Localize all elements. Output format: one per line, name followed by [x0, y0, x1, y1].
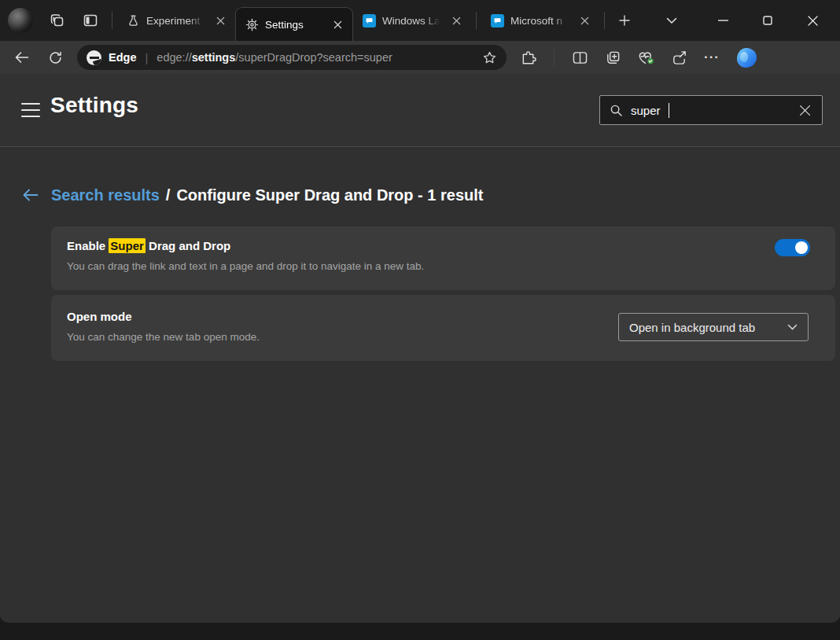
close-icon[interactable]: [329, 16, 346, 33]
address-separator: |: [143, 51, 149, 64]
settings-content: Search results / Configure Super Drag an…: [0, 147, 840, 361]
tab-label: Settings: [265, 19, 322, 31]
url-scheme: edge://: [157, 51, 191, 64]
setting-card-enable-super-drag-drop: Enable Super Drag and Drop You can drag …: [51, 226, 835, 290]
close-window-button[interactable]: [801, 9, 824, 32]
hamburger-menu-icon[interactable]: [21, 103, 40, 117]
setting-card-open-mode: Open mode You can change the new tab ope…: [51, 295, 835, 361]
news-site-icon: [490, 13, 504, 28]
dropdown-value: Open in background tab: [629, 321, 755, 334]
site-label: Edge: [109, 51, 136, 64]
refresh-icon[interactable]: [44, 46, 66, 68]
settings-search-input[interactable]: super: [599, 95, 823, 125]
tab-settings[interactable]: Settings: [235, 7, 353, 41]
window-controls: [660, 9, 840, 32]
more-glyph: ···: [704, 50, 720, 65]
tab-label: Experiment: [146, 15, 205, 27]
close-icon[interactable]: [576, 12, 593, 29]
search-highlight: Super: [109, 238, 146, 253]
tab-microsoft-news[interactable]: Microsoft n: [481, 6, 599, 35]
tab-windows-latest[interactable]: Windows La: [353, 6, 471, 35]
url-host: settings: [192, 51, 236, 64]
navigation-toolbar: Edge | edge://settings/superDragDrop?sea…: [0, 41, 840, 74]
workspaces-icon[interactable]: [46, 9, 69, 32]
tabbar-separator: [604, 12, 605, 29]
minimize-button[interactable]: [711, 9, 735, 32]
breadcrumb-separator: /: [166, 186, 171, 204]
setting-description: You can drag the link and text in a page…: [67, 260, 820, 272]
split-screen-icon[interactable]: [567, 46, 592, 69]
setting-title: Enable Super Drag and Drop: [67, 239, 820, 252]
text-cursor: [669, 103, 670, 118]
tabbar-separator: [476, 12, 477, 29]
search-icon: [610, 104, 623, 117]
settings-page: Settings super Search results / Configur…: [0, 74, 840, 623]
more-menu-icon[interactable]: ···: [699, 46, 724, 69]
toggle-enable-super-drag-drop[interactable]: [775, 239, 810, 256]
open-mode-dropdown[interactable]: Open in background tab: [618, 313, 809, 341]
address-bar[interactable]: Edge | edge://settings/superDragDrop?sea…: [77, 45, 507, 70]
url-path: /superDragDrop?search=super: [235, 51, 392, 64]
edge-logo-icon: [87, 50, 101, 65]
tab-label: Windows La: [382, 15, 441, 27]
tab-label: Microsoft n: [510, 15, 569, 27]
profile-avatar[interactable]: [8, 8, 33, 33]
browser-essentials-icon[interactable]: [633, 46, 658, 69]
page-title: Settings: [50, 93, 138, 118]
tab-actions-icon[interactable]: [79, 9, 102, 32]
tabbar-separator: [112, 12, 112, 29]
close-icon[interactable]: [448, 12, 465, 29]
title-prefix: Enable: [67, 239, 109, 252]
breadcrumb-current: Configure Super Drag and Drop - 1 result: [176, 186, 483, 204]
chevron-down-icon[interactable]: [660, 9, 683, 32]
news-site-icon: [362, 13, 376, 28]
title-suffix: Drag and Drop: [146, 239, 230, 252]
breadcrumb-link-search-results[interactable]: Search results: [51, 186, 160, 204]
tab-bar: Experiment Settings: [0, 0, 840, 41]
copilot-icon[interactable]: [734, 46, 759, 69]
extensions-icon[interactable]: [516, 46, 541, 69]
favorite-star-icon[interactable]: [482, 50, 497, 65]
chevron-down-icon: [787, 324, 798, 330]
flask-icon: [126, 13, 140, 28]
settings-header: Settings super: [0, 74, 840, 147]
toolbar-icons: ···: [516, 46, 831, 69]
tabs: Experiment Settings: [117, 0, 599, 41]
toggle-knob: [795, 241, 808, 254]
collections-icon[interactable]: [600, 46, 625, 69]
close-icon[interactable]: [212, 12, 229, 29]
breadcrumb: Search results / Configure Super Drag an…: [0, 186, 840, 204]
tab-experiments[interactable]: Experiment: [117, 6, 235, 35]
url-text[interactable]: edge://settings/superDragDrop?search=sup…: [157, 51, 392, 64]
clear-search-icon[interactable]: [795, 101, 814, 120]
gear-icon: [245, 17, 259, 31]
maximize-button[interactable]: [756, 9, 779, 32]
new-tab-button[interactable]: [613, 9, 636, 32]
breadcrumb-back-icon[interactable]: [21, 186, 40, 204]
share-icon[interactable]: [666, 46, 691, 69]
search-value: super: [631, 104, 661, 117]
back-icon[interactable]: [11, 46, 33, 68]
toolbar-separator: [554, 49, 554, 66]
